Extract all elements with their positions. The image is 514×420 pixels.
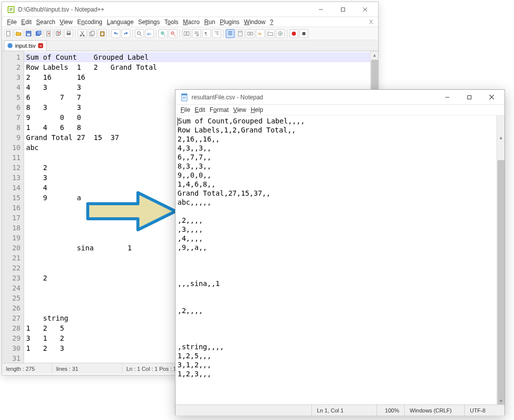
svg-rect-16 <box>91 31 94 35</box>
npp-extra-x[interactable]: X <box>367 18 375 26</box>
menu-language[interactable]: Language <box>105 18 135 26</box>
monitoring-icon[interactable] <box>276 29 285 38</box>
zoom-in-icon[interactable] <box>158 29 167 38</box>
svg-rect-28 <box>248 32 250 35</box>
tab-close-icon[interactable]: × <box>38 43 43 48</box>
new-file-icon[interactable] <box>4 29 13 38</box>
line-number-gutter: 1234567891011121314151617181920212223242… <box>2 51 24 363</box>
npp-toolbar: ab ¶ fx <box>2 27 378 40</box>
undo-icon[interactable] <box>111 29 120 38</box>
redo-icon[interactable] <box>121 29 130 38</box>
svg-rect-3 <box>7 31 10 36</box>
close-file-icon[interactable] <box>44 29 53 38</box>
scrollbar-thumb[interactable] <box>497 160 504 404</box>
svg-rect-24 <box>187 32 189 36</box>
vertical-scrollbar[interactable]: ▲ ▼ <box>496 115 504 404</box>
svg-rect-7 <box>37 31 41 35</box>
save-icon[interactable] <box>24 29 33 38</box>
npp-title-bar[interactable]: D:\Github\\input.tsv - Notepad++ <box>2 2 378 17</box>
function-list-icon[interactable]: fx <box>256 29 265 38</box>
file-tab-input-tsv[interactable]: input.tsv × <box>4 40 47 51</box>
doc-map-icon[interactable] <box>236 29 245 38</box>
svg-rect-36 <box>182 94 187 95</box>
np-status-encoding: UTF-8 <box>464 405 504 415</box>
stop-macro-icon[interactable] <box>299 29 308 38</box>
svg-rect-37 <box>468 95 471 99</box>
np-status-eol: Windows (CRLF) <box>404 405 464 415</box>
scroll-up-icon[interactable]: ▲ <box>497 133 504 142</box>
replace-icon[interactable]: ab <box>145 29 154 38</box>
indent-guide-icon[interactable] <box>212 29 221 38</box>
svg-text:¶: ¶ <box>205 31 207 36</box>
npp-menu-bar: File Edit Search View Encoding Language … <box>2 17 378 27</box>
notepad-app-icon <box>181 93 189 101</box>
notepad-window: resultantFile.csv - Notepad File Edit Fo… <box>175 89 505 415</box>
notepadpp-app-icon <box>7 6 15 14</box>
sync-scroll-icon[interactable] <box>182 29 191 38</box>
tab-saved-indicator-icon <box>8 43 13 48</box>
notepad-text-area[interactable]: Sum of Count,Grouped Label,,,, Row Label… <box>176 115 504 404</box>
open-folder-icon[interactable] <box>14 29 23 38</box>
np-title-bar[interactable]: resultantFile.csv - Notepad <box>176 90 504 105</box>
minimize-button[interactable] <box>436 90 458 104</box>
show-all-chars-icon[interactable]: ¶ <box>202 29 211 38</box>
print-icon[interactable] <box>64 29 73 38</box>
svg-text:fx: fx <box>258 32 261 36</box>
svg-rect-23 <box>184 32 186 36</box>
svg-rect-29 <box>251 32 253 35</box>
file-tab-label: input.tsv <box>15 43 36 49</box>
np-status-bar: Ln 1, Col 1 100% Windows (CRLF) UTF-8 <box>176 404 504 415</box>
close-button[interactable] <box>480 90 502 104</box>
svg-rect-18 <box>101 33 103 35</box>
menu-window[interactable]: Window <box>242 18 268 26</box>
menu-help[interactable]: ? <box>268 18 275 26</box>
copy-icon[interactable] <box>88 29 97 38</box>
np-window-controls <box>436 90 502 104</box>
maximize-button[interactable] <box>458 90 480 104</box>
menu-view[interactable]: View <box>58 18 75 26</box>
menu-macro[interactable]: Macro <box>181 18 202 26</box>
paste-icon[interactable] <box>98 29 107 38</box>
zoom-out-icon[interactable] <box>168 29 178 38</box>
np-status-zoom: 100% <box>377 405 404 415</box>
minimize-button[interactable] <box>310 3 332 17</box>
menu-file[interactable]: File <box>5 18 19 26</box>
menu-tools[interactable]: Tools <box>162 18 181 26</box>
svg-point-32 <box>280 33 281 34</box>
user-lang-icon[interactable] <box>226 29 235 38</box>
menu-edit[interactable]: Edit <box>19 18 34 26</box>
close-all-icon[interactable] <box>54 29 63 38</box>
svg-rect-5 <box>27 34 30 36</box>
record-macro-icon[interactable] <box>289 29 298 38</box>
np-menu-edit[interactable]: Edit <box>193 106 207 114</box>
svg-rect-27 <box>239 32 242 33</box>
svg-point-13 <box>80 35 82 36</box>
np-menu-view[interactable]: View <box>231 106 248 114</box>
word-wrap-icon[interactable] <box>192 29 201 38</box>
find-icon[interactable] <box>135 29 144 38</box>
menu-plugins[interactable]: Plugins <box>218 18 241 26</box>
npp-window-controls <box>310 3 376 17</box>
save-all-icon[interactable] <box>34 29 43 38</box>
cut-icon[interactable] <box>78 29 87 38</box>
menu-encoding[interactable]: Encoding <box>75 18 104 26</box>
svg-text:ab: ab <box>147 32 151 36</box>
maximize-button[interactable] <box>332 3 354 17</box>
menu-search[interactable]: Search <box>34 18 57 26</box>
close-button[interactable] <box>354 3 376 17</box>
menu-settings[interactable]: Settings <box>136 18 161 26</box>
npp-title-text: D:\Github\\input.tsv - Notepad++ <box>18 6 310 13</box>
notepad-content: Sum of Count,Grouped Label,,,, Row Label… <box>178 117 305 378</box>
scroll-up-icon[interactable]: ▲ <box>371 51 379 59</box>
np-title-text: resultantFile.csv - Notepad <box>192 94 436 101</box>
scroll-down-icon[interactable]: ▼ <box>497 397 504 404</box>
menu-run[interactable]: Run <box>202 18 217 26</box>
doc-list-icon[interactable] <box>246 29 255 38</box>
np-menu-help[interactable]: Help <box>249 106 265 114</box>
svg-point-19 <box>137 32 140 35</box>
np-menu-file[interactable]: File <box>179 106 192 114</box>
np-menu-bar: File Edit Format View Help <box>176 105 504 115</box>
folder-workspace-icon[interactable] <box>266 29 275 38</box>
np-menu-format[interactable]: Format <box>208 106 231 114</box>
npp-tab-bar: input.tsv × <box>2 40 378 51</box>
